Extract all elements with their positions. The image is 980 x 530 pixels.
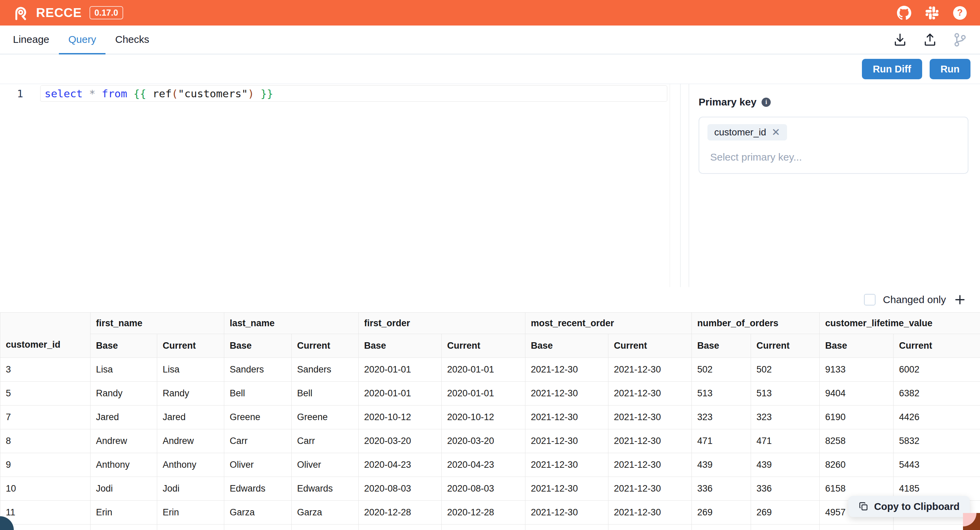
table-cell: 439 <box>751 453 820 477</box>
table-cell: 336 <box>751 477 820 501</box>
table-cell: 2020-04-23 <box>359 453 442 477</box>
table-cell: 2020-12-28 <box>359 501 442 525</box>
table-cell: 2021-12-30 <box>608 429 692 453</box>
table-row: 5RandyRandyBellBell2020-01-012020-01-012… <box>0 382 980 406</box>
table-cell: Erin <box>157 501 224 525</box>
column-header-customer-id: customer_id <box>0 313 91 358</box>
remove-primary-key-icon[interactable]: ✕ <box>772 127 780 137</box>
table-cell: Randy <box>157 382 224 406</box>
copy-to-clipboard-label: Copy to Clipboard <box>874 501 959 512</box>
diff-result-table: customer_idfirst_namelast_namefirst_orde… <box>0 312 980 530</box>
header-icons: ? <box>897 6 967 20</box>
table-cell: Anthony <box>157 453 224 477</box>
table-cell: 2021-12-30 <box>608 406 692 429</box>
table-row: 10JodiJodiEdwardsEdwards2020-08-032020-0… <box>0 477 980 501</box>
table-cell <box>442 525 525 530</box>
table-cell: Andrew <box>157 429 224 453</box>
table-cell: 2021-12-30 <box>525 453 608 477</box>
workspace: 1 select * from {{ ref("customers") }} P… <box>0 84 980 287</box>
column-group-header: last_name <box>224 313 359 334</box>
tab-checks[interactable]: Checks <box>105 25 159 54</box>
table-cell <box>359 525 442 530</box>
cell-customer-id: 9 <box>0 453 91 477</box>
table-cell: 5443 <box>894 453 980 477</box>
table-cell: Jodi <box>91 477 157 501</box>
sub-header-base: Base <box>359 334 442 358</box>
code-token: * <box>89 87 95 100</box>
primary-key-select[interactable]: customer_id ✕ Select primary key... <box>698 117 969 174</box>
table-cell: 471 <box>751 429 820 453</box>
table-cell: Anthony <box>91 453 157 477</box>
code-token: "customers" <box>178 87 248 100</box>
table-cell: 8260 <box>820 453 894 477</box>
table-row: 9AnthonyAnthonyOliverOliver2020-04-23202… <box>0 453 980 477</box>
editor-scrollbar[interactable] <box>670 84 670 287</box>
git-branch-icon[interactable] <box>952 32 968 48</box>
sub-header-base: Base <box>224 334 292 358</box>
table-cell: Bell <box>224 382 292 406</box>
table-cell: Carr <box>292 429 359 453</box>
info-icon[interactable]: i <box>762 98 771 107</box>
primary-key-panel: Primary key i customer_id ✕ Select prima… <box>689 84 980 287</box>
version-badge: 0.17.0 <box>89 6 124 19</box>
table-cell: 513 <box>751 382 820 406</box>
table-cell <box>292 525 359 530</box>
github-icon[interactable] <box>897 6 911 20</box>
table-cell <box>692 525 751 530</box>
copy-to-clipboard-button[interactable]: Copy to Clipboard <box>848 496 970 517</box>
tab-lineage[interactable]: Lineage <box>3 25 59 54</box>
line-number: 1 <box>0 86 40 100</box>
table-cell: Bell <box>292 382 359 406</box>
table-cell <box>157 525 224 530</box>
table-row <box>0 525 980 530</box>
table-cell: 2020-10-12 <box>359 406 442 429</box>
sub-header-current: Current <box>157 334 224 358</box>
table-cell: 8258 <box>820 429 894 453</box>
column-group-header: number_of_orders <box>692 313 820 334</box>
table-cell: 2020-08-03 <box>359 477 442 501</box>
code-token: {{ <box>134 87 146 100</box>
table-cell: Greene <box>224 406 292 429</box>
changed-only-label: Changed only <box>883 294 946 305</box>
slack-icon[interactable] <box>925 6 939 20</box>
results-options-bar: Changed only <box>0 287 980 312</box>
table-cell: Sanders <box>292 358 359 382</box>
cell-customer-id: 8 <box>0 429 91 453</box>
run-diff-button[interactable]: Run Diff <box>862 59 922 79</box>
table-cell: 439 <box>692 453 751 477</box>
table-cell: Lisa <box>157 358 224 382</box>
tab-query[interactable]: Query <box>59 25 106 54</box>
import-download-icon[interactable] <box>892 32 908 48</box>
table-cell <box>751 525 820 530</box>
table-cell: 2020-08-03 <box>442 477 525 501</box>
table-cell: 6190 <box>820 406 894 429</box>
table-cell: 2021-12-30 <box>525 501 608 525</box>
table-cell: Randy <box>91 382 157 406</box>
add-check-icon[interactable] <box>953 293 966 306</box>
changed-only-checkbox[interactable] <box>864 294 875 305</box>
column-group-header: first_name <box>91 313 224 334</box>
table-cell: Oliver <box>224 453 292 477</box>
table-cell: 2021-12-30 <box>525 406 608 429</box>
table-row: 11ErinErinGarzaGarza2020-12-282020-12-28… <box>0 501 980 525</box>
table-cell: 269 <box>692 501 751 525</box>
code-line[interactable]: select * from {{ ref("customers") }} <box>40 86 667 102</box>
editor-line: 1 select * from {{ ref("customers") }} <box>0 86 680 102</box>
sub-header-base: Base <box>820 334 894 358</box>
table-cell: 2021-12-30 <box>608 477 692 501</box>
table-cell: 5832 <box>894 429 980 453</box>
sql-editor[interactable]: 1 select * from {{ ref("customers") }} <box>0 84 681 287</box>
query-toolbar: Run Diff Run <box>0 54 980 84</box>
code-token: }} <box>261 87 273 100</box>
sub-header-base: Base <box>692 334 751 358</box>
table-cell: Garza <box>224 501 292 525</box>
table-cell: 2021-12-30 <box>525 477 608 501</box>
table-cell: Jared <box>91 406 157 429</box>
table-cell: Erin <box>91 501 157 525</box>
help-icon[interactable]: ? <box>953 6 967 20</box>
table-cell: 2021-12-30 <box>608 382 692 406</box>
table-cell <box>608 525 692 530</box>
table-cell: 6002 <box>894 358 980 382</box>
run-button[interactable]: Run <box>930 59 970 79</box>
export-upload-icon[interactable] <box>922 32 938 48</box>
